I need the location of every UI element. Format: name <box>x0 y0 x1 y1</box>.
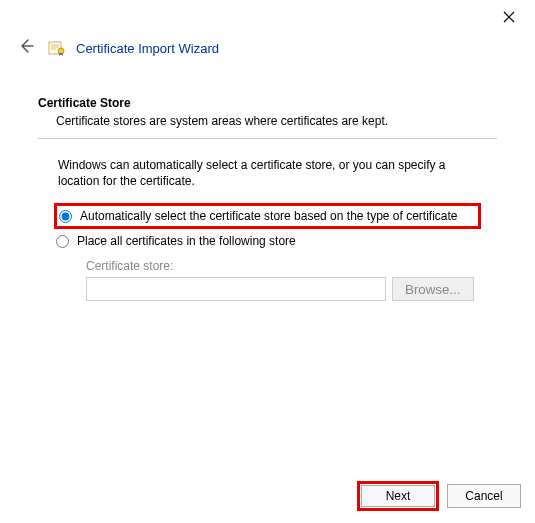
radio-manual-select[interactable] <box>56 235 69 248</box>
wizard-content: Certificate Store Certificate stores are… <box>0 60 535 301</box>
browse-button: Browse... <box>392 277 474 301</box>
radio-auto-select[interactable] <box>59 210 72 223</box>
certificate-icon <box>48 39 66 57</box>
certificate-store-input <box>86 277 386 301</box>
option-manual-select[interactable]: Place all certificates in the following … <box>54 231 481 251</box>
close-icon <box>503 11 515 23</box>
wizard-footer: Next Cancel <box>357 481 521 511</box>
option-auto-select[interactable]: Automatically select the certificate sto… <box>54 203 481 229</box>
close-button[interactable] <box>493 6 525 30</box>
option-auto-label: Automatically select the certificate sto… <box>80 209 458 223</box>
wizard-title: Certificate Import Wizard <box>76 41 219 56</box>
back-arrow-icon <box>18 38 34 54</box>
section-heading: Certificate Store <box>38 96 497 110</box>
cancel-button[interactable]: Cancel <box>447 484 521 508</box>
wizard-header: Certificate Import Wizard <box>0 28 535 60</box>
divider <box>38 138 497 139</box>
certificate-store-block: Certificate store: Browse... <box>86 259 497 301</box>
next-button-highlight: Next <box>357 481 439 511</box>
description-text: Windows can automatically select a certi… <box>58 157 477 189</box>
section-subtext: Certificate stores are system areas wher… <box>56 114 497 128</box>
option-manual-label: Place all certificates in the following … <box>77 234 296 248</box>
next-button[interactable]: Next <box>361 485 435 507</box>
back-button[interactable] <box>14 36 38 60</box>
certificate-store-label: Certificate store: <box>86 259 497 273</box>
